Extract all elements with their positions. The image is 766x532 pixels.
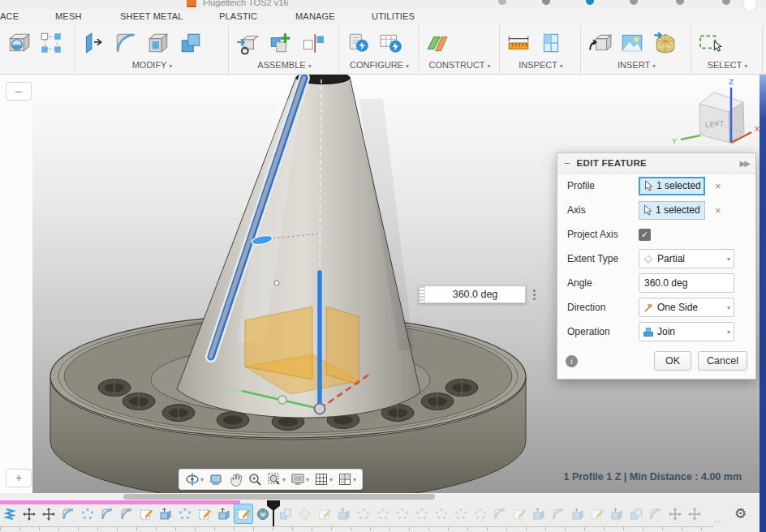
timeline-feature-extrude[interactable] xyxy=(157,506,174,522)
angle-input[interactable]: 360.0 deg xyxy=(639,273,734,293)
help-icon[interactable] xyxy=(630,0,638,5)
timeline-feature-revolve[interactable] xyxy=(255,506,271,522)
toolbar-group-label[interactable]: SELECT ▾ xyxy=(695,60,760,70)
toolbar-group-label[interactable]: INSERT ▾ xyxy=(584,60,689,70)
axis-selection-button[interactable]: 1 selected xyxy=(639,201,705,220)
zoom-icon[interactable] xyxy=(245,470,265,488)
profile-selection-button[interactable]: 1 selected xyxy=(639,177,705,195)
toolbar-group-label[interactable]: ASSEMBLE ▾ xyxy=(232,60,337,70)
construct-plane-icon[interactable] xyxy=(422,27,453,59)
canvas-icon[interactable] xyxy=(617,27,648,59)
timeline-scrollbar-track[interactable] xyxy=(0,493,760,500)
timeline-feature-pattern[interactable] xyxy=(177,506,193,522)
direction-dropdown[interactable]: One Side▾ xyxy=(639,298,734,317)
orbit-icon[interactable]: ▾ xyxy=(183,470,206,488)
timeline-feature-fillet-suppressed[interactable] xyxy=(492,506,508,522)
dialog-header[interactable]: − EDIT FEATURE ▶▶ xyxy=(557,153,755,174)
timeline-feature-fillet-suppressed[interactable] xyxy=(648,506,664,522)
dialog-collapse-icon[interactable]: − xyxy=(564,157,570,169)
timeline-feature-pattern-suppressed[interactable] xyxy=(472,506,488,522)
timeline-feature-extrude[interactable] xyxy=(216,506,232,522)
tab-manage[interactable]: MANAGE xyxy=(295,10,335,25)
timeline-feature-pattern-suppressed[interactable] xyxy=(414,506,430,522)
timeline-overflow-dots[interactable]: ·· xyxy=(714,517,721,526)
timeline-feature-sketch-suppressed[interactable] xyxy=(589,506,605,522)
timeline-feature-pattern-suppressed[interactable] xyxy=(433,506,450,522)
timeline-feature-extrude-suppressed[interactable] xyxy=(609,506,625,522)
toolbar-group-label[interactable]: MODIFY ▾ xyxy=(78,60,226,70)
tab-sheet-metal[interactable]: SHEET METAL xyxy=(120,10,183,25)
pan-icon[interactable] xyxy=(226,470,245,488)
toolbar-group-label[interactable]: CONFIGURE ▾ xyxy=(342,60,416,70)
derive-icon[interactable] xyxy=(584,27,615,59)
origin-point[interactable] xyxy=(315,404,325,414)
axis-handle[interactable] xyxy=(278,396,286,404)
timeline-scrollbar-thumb[interactable] xyxy=(123,494,435,500)
toolbar-group-label[interactable]: CONSTRUCT ▾ xyxy=(422,60,497,70)
grid-icon[interactable]: ▾ xyxy=(312,470,335,488)
angle-floating-input[interactable]: 360.0 deg xyxy=(419,285,526,303)
view-cube-face-label[interactable]: LEFT xyxy=(705,119,725,129)
job-status-icon[interactable] xyxy=(586,0,594,5)
extensions-icon[interactable] xyxy=(498,0,506,5)
insert-component-icon[interactable] xyxy=(232,27,263,59)
timeline-feature-move-suppressed[interactable] xyxy=(686,506,703,522)
timeline-feature-pattern-suppressed[interactable] xyxy=(375,506,391,522)
info-icon[interactable]: i xyxy=(566,355,578,367)
timeline-feature-pattern-suppressed[interactable] xyxy=(355,506,372,522)
angle-floating-value[interactable]: 360.0 deg xyxy=(425,289,525,300)
timeline-feature-fillet-suppressed[interactable] xyxy=(550,506,566,522)
timeline-feature-extrude-suppressed[interactable] xyxy=(336,506,352,522)
section-analysis-icon[interactable] xyxy=(536,27,566,59)
settings-icon[interactable] xyxy=(676,0,684,5)
tab-utilities[interactable]: UTILITIES xyxy=(372,10,415,25)
sketch-point[interactable] xyxy=(274,281,279,285)
tab-mesh[interactable]: MESH xyxy=(55,10,82,25)
timeline-feature-coil[interactable] xyxy=(2,506,18,522)
timeline-feature-combine-suppressed[interactable] xyxy=(628,506,644,522)
timeline-feature-move[interactable] xyxy=(21,506,37,522)
press-pull-icon[interactable] xyxy=(78,27,109,59)
timeline-feature-combine-suppressed[interactable] xyxy=(278,506,294,522)
timeline-feature-fillet[interactable] xyxy=(99,506,115,522)
measure-icon[interactable] xyxy=(503,27,534,59)
timeline-feature-pattern-suppressed[interactable] xyxy=(394,506,411,522)
tab-ace[interactable]: ACE xyxy=(0,10,19,25)
configuration-icon[interactable] xyxy=(342,27,373,59)
window-zoom-icon[interactable]: ▾ xyxy=(265,470,288,488)
browser-collapse-button[interactable]: – xyxy=(6,82,32,101)
cancel-button[interactable]: Cancel xyxy=(698,351,747,371)
extent-type-dropdown[interactable]: ◇Partial▾ xyxy=(639,249,734,268)
timeline-feature-fillet[interactable] xyxy=(118,506,135,522)
timeline-feature-sketch-suppressed[interactable] xyxy=(511,506,527,522)
timeline-feature-pattern-suppressed[interactable] xyxy=(453,506,469,522)
floating-input-menu-icon[interactable] xyxy=(531,286,537,302)
timeline-feature-split-suppressed[interactable] xyxy=(297,506,313,522)
operation-dropdown[interactable]: Join▾ xyxy=(639,322,734,341)
look-at-icon[interactable] xyxy=(206,470,226,488)
timeline-feature-move[interactable] xyxy=(41,506,57,522)
dialog-overflow-icon[interactable]: ▶▶ xyxy=(740,159,749,168)
drag-grip-icon[interactable] xyxy=(420,286,425,302)
edit-form-icon[interactable] xyxy=(36,27,67,59)
tab-plastic[interactable]: PLASTIC xyxy=(219,10,257,25)
toolbar-group-label[interactable]: INSPECT ▾ xyxy=(503,60,579,70)
user-menu-icon[interactable] xyxy=(722,0,730,5)
clear-selection-icon[interactable]: × xyxy=(715,204,721,217)
browser-expand-button[interactable]: + xyxy=(6,469,32,487)
clear-selection-icon[interactable]: × xyxy=(715,180,721,192)
timeline-feature-sketch[interactable] xyxy=(138,506,154,522)
timeline-feature-extrude-suppressed[interactable] xyxy=(570,506,586,522)
project-axis-checkbox[interactable]: ✓ xyxy=(639,229,651,241)
notifications-icon[interactable] xyxy=(542,0,550,5)
display-settings-icon[interactable]: ▾ xyxy=(288,470,312,488)
joint-icon[interactable] xyxy=(297,27,328,59)
timeline-feature-move-suppressed[interactable] xyxy=(667,506,683,522)
timeline-feature-sketch[interactable] xyxy=(234,504,253,524)
avatar[interactable] xyxy=(742,0,757,10)
combine-icon[interactable] xyxy=(175,27,206,59)
insert-mesh-icon[interactable] xyxy=(649,27,680,59)
timeline-feature-sketch[interactable] xyxy=(196,506,213,522)
timeline-feature-fillet[interactable] xyxy=(60,506,76,522)
ok-button[interactable]: OK xyxy=(654,351,691,371)
